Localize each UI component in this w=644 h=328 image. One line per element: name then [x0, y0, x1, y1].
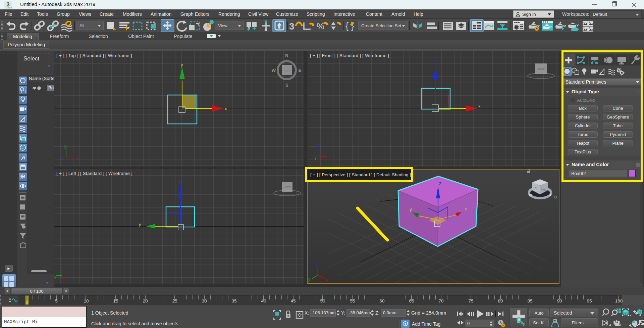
svg-text:W: W [529, 194, 532, 197]
svg-text:x: x [75, 156, 77, 161]
svg-text:z: z [60, 263, 62, 267]
svg-text:3: 3 [289, 21, 294, 32]
svg-text:E: E [299, 68, 302, 73]
svg-text:%: % [317, 21, 324, 31]
svg-text:x: x [225, 106, 227, 111]
svg-text:y: y [410, 207, 412, 212]
svg-text:W: W [272, 68, 276, 73]
svg-text:x: x [328, 155, 330, 160]
svg-text:y: y [181, 62, 183, 67]
svg-text:S: S [285, 83, 288, 88]
svg-text:y: y [308, 277, 310, 282]
svg-text:y: y [139, 222, 141, 227]
svg-text:MAX: MAX [7, 7, 12, 9]
svg-text:z: z [316, 262, 318, 267]
svg-text:y: y [315, 155, 317, 160]
svg-text:FRONT: FRONT [536, 67, 546, 71]
svg-text:S: S [549, 193, 551, 196]
svg-text:z: z [434, 58, 436, 63]
svg-text:x: x [478, 103, 481, 108]
svg-text:y: y [64, 144, 66, 149]
svg-text:z: z [62, 156, 64, 161]
svg-text:LEFT: LEFT [284, 186, 290, 189]
svg-text:TOP: TOP [284, 69, 289, 72]
svg-text:N: N [285, 53, 288, 58]
svg-text:y: y [54, 275, 56, 279]
svg-text:z: z [439, 181, 441, 186]
svg-text:z: z [317, 143, 319, 148]
svg-text:x: x [326, 277, 328, 282]
svg-text:x: x [63, 275, 65, 279]
svg-text:{: { [345, 21, 348, 31]
svg-text:x: x [465, 206, 467, 212]
svg-text:z: z [179, 179, 181, 184]
